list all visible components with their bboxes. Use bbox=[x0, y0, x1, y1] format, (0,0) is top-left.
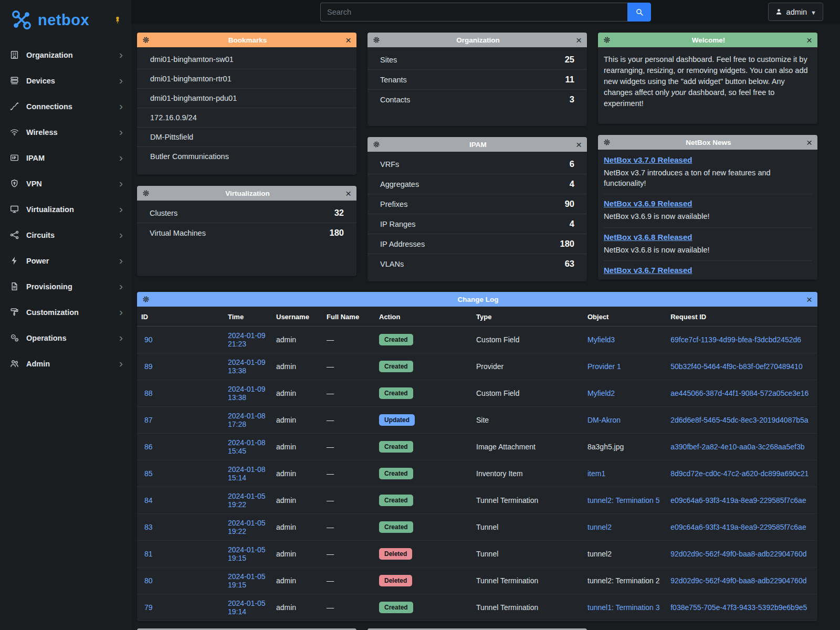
stat-value-link[interactable]: 180 bbox=[560, 239, 574, 249]
stat-label-link[interactable]: VLANs bbox=[380, 260, 404, 268]
widget-close-icon[interactable]: × bbox=[806, 295, 812, 304]
change-time-link[interactable]: 2024-01-05 19:22 bbox=[228, 519, 266, 536]
sidebar-item[interactable]: Devices › bbox=[0, 68, 131, 93]
netbox-logo-icon[interactable] bbox=[10, 9, 33, 31]
change-object-link[interactable]: Provider 1 bbox=[587, 362, 621, 371]
change-id-link[interactable]: 86 bbox=[144, 443, 153, 451]
stat-label-link[interactable]: Aggregates bbox=[380, 180, 419, 188]
sidebar-item[interactable]: Virtualization › bbox=[0, 196, 131, 222]
request-id-link[interactable]: 69fce7cf-1139-4d99-bfea-f3dcbd2452d6 bbox=[670, 335, 801, 344]
news-title-link[interactable]: NetBox v3.7.0 Released bbox=[604, 155, 692, 164]
stat-value-link[interactable]: 4 bbox=[570, 219, 574, 229]
change-time-link[interactable]: 2024-01-05 19:15 bbox=[228, 545, 266, 562]
stat-label-link[interactable]: Contacts bbox=[380, 96, 410, 104]
bookmark-link[interactable]: dmi01-binghamton-pdu01 bbox=[137, 89, 356, 108]
change-object-link[interactable]: DM-Akron bbox=[587, 416, 621, 424]
request-id-link[interactable]: f038e755-705e-47f3-9433-5392b9e6b9e5 bbox=[670, 603, 807, 612]
sidebar-item[interactable]: Circuits › bbox=[0, 222, 131, 248]
news-title-link[interactable]: NetBox v3.6.8 Released bbox=[604, 233, 692, 242]
request-id-link[interactable]: e09c64a6-93f3-419a-8ea9-229585f7c6ae bbox=[670, 523, 806, 531]
change-id-link[interactable]: 80 bbox=[144, 576, 153, 585]
sidebar-item[interactable]: Admin › bbox=[0, 351, 131, 376]
widget-close-icon[interactable]: × bbox=[345, 188, 351, 198]
stat-label-link[interactable]: Clusters bbox=[150, 209, 177, 217]
change-time-link[interactable]: 2024-01-05 19:15 bbox=[228, 572, 266, 589]
bookmark-link[interactable]: DM-Pittsfield bbox=[137, 128, 356, 147]
widget-close-icon[interactable]: × bbox=[345, 35, 351, 45]
stat-value-link[interactable]: 4 bbox=[570, 179, 574, 189]
bookmark-link[interactable]: 172.16.0.9/24 bbox=[137, 108, 356, 128]
change-object-link[interactable]: Myfield3 bbox=[587, 335, 615, 344]
news-title-link[interactable]: NetBox v3.6.9 Released bbox=[604, 199, 692, 208]
sidebar-item[interactable]: Power › bbox=[0, 248, 131, 274]
brand-name[interactable]: netbox bbox=[38, 12, 89, 29]
widget-config-icon[interactable] bbox=[373, 141, 380, 148]
pin-sidebar-icon[interactable] bbox=[113, 16, 122, 24]
sidebar-item[interactable]: Provisioning › bbox=[0, 274, 131, 299]
widget-close-icon[interactable]: × bbox=[806, 35, 812, 45]
stat-value-link[interactable]: 6 bbox=[570, 159, 574, 169]
user-menu-button[interactable]: admin ▼ bbox=[768, 3, 823, 21]
change-time-link[interactable]: 2024-01-08 17:28 bbox=[228, 412, 266, 428]
change-time-link[interactable]: 2024-01-08 15:14 bbox=[228, 465, 266, 482]
change-id-link[interactable]: 79 bbox=[144, 603, 153, 612]
change-object-link[interactable]: tunnel2: Termination 5 bbox=[587, 496, 660, 505]
stat-value-link[interactable]: 3 bbox=[570, 94, 574, 104]
stat-label-link[interactable]: Prefixes bbox=[380, 200, 407, 208]
request-id-link[interactable]: ae445066-387d-44f1-9084-572a05ce3e16 bbox=[670, 389, 808, 397]
request-id-link[interactable]: 8d9cd72e-cd0c-47c2-a620-dc899a690c21 bbox=[670, 469, 808, 478]
search-button[interactable] bbox=[627, 3, 651, 22]
change-id-link[interactable]: 84 bbox=[144, 496, 153, 505]
stat-label-link[interactable]: IP Addresses bbox=[380, 240, 425, 248]
change-id-link[interactable]: 90 bbox=[144, 335, 153, 344]
stat-value-link[interactable]: 90 bbox=[565, 199, 574, 209]
widget-config-icon[interactable] bbox=[142, 190, 150, 197]
sidebar-item[interactable]: Wireless › bbox=[0, 119, 131, 145]
stat-label-link[interactable]: Tenants bbox=[380, 76, 407, 84]
change-time-link[interactable]: 2024-01-09 13:38 bbox=[228, 358, 266, 375]
request-id-link[interactable]: 92d02d9c-562f-49f0-baa8-adb22904760d bbox=[670, 550, 806, 558]
request-id-link[interactable]: a390fbef-2a82-4e10-aa0a-3c268aa5ef3b bbox=[670, 443, 804, 451]
news-title-link[interactable]: NetBox v3.6.7 Released bbox=[604, 266, 692, 275]
change-id-link[interactable]: 88 bbox=[144, 389, 153, 397]
request-id-link[interactable]: e09c64a6-93f3-419a-8ea9-229585f7c6ae bbox=[670, 496, 806, 505]
change-id-link[interactable]: 83 bbox=[144, 523, 153, 531]
stat-value-link[interactable]: 25 bbox=[565, 55, 574, 65]
sidebar-item[interactable]: Operations › bbox=[0, 325, 131, 351]
request-id-link[interactable]: 50b32f40-5464-4f9c-b83f-0ef270489410 bbox=[670, 362, 802, 371]
sidebar-item[interactable]: VPN › bbox=[0, 171, 131, 196]
change-id-link[interactable]: 89 bbox=[144, 362, 153, 371]
change-object-link[interactable]: tunnel2 bbox=[587, 550, 612, 558]
sidebar-item[interactable]: Organization › bbox=[0, 42, 131, 68]
change-id-link[interactable]: 85 bbox=[144, 469, 153, 478]
change-object-link[interactable]: item1 bbox=[587, 469, 605, 478]
widget-close-icon[interactable]: × bbox=[576, 35, 582, 45]
widget-config-icon[interactable] bbox=[142, 296, 150, 303]
stat-label-link[interactable]: Sites bbox=[380, 56, 397, 64]
sidebar-item[interactable]: Connections › bbox=[0, 93, 131, 119]
bookmark-link[interactable]: dmi01-binghamton-rtr01 bbox=[137, 69, 356, 89]
widget-config-icon[interactable] bbox=[373, 36, 380, 44]
widget-config-icon[interactable] bbox=[603, 36, 611, 44]
stat-value-link[interactable]: 11 bbox=[565, 75, 574, 85]
widget-close-icon[interactable]: × bbox=[806, 138, 812, 148]
stat-label-link[interactable]: IP Ranges bbox=[380, 220, 415, 228]
search-input[interactable] bbox=[320, 3, 627, 22]
sidebar-item[interactable]: IPAM › bbox=[0, 145, 131, 171]
change-time-link[interactable]: 2024-01-05 19:14 bbox=[228, 599, 266, 616]
request-id-link[interactable]: 2d6d6e8f-5465-45dc-8ec3-2019d4087b5a bbox=[670, 416, 808, 424]
widget-close-icon[interactable]: × bbox=[576, 140, 582, 150]
request-id-link[interactable]: 92d02d9c-562f-49f0-baa8-adb22904760d bbox=[670, 576, 806, 585]
change-object-link[interactable]: tunnel1: Termination 3 bbox=[587, 603, 660, 612]
widget-config-icon[interactable] bbox=[142, 36, 150, 44]
stat-label-link[interactable]: VRFs bbox=[380, 160, 399, 169]
stat-value-link[interactable]: 180 bbox=[329, 228, 344, 238]
change-object-link[interactable]: tunnel2 bbox=[587, 523, 612, 531]
stat-label-link[interactable]: Virtual Machines bbox=[150, 229, 206, 237]
change-object-link[interactable]: Myfield2 bbox=[587, 389, 615, 397]
change-object-link[interactable]: tunnel2: Termination 2 bbox=[587, 576, 660, 585]
change-time-link[interactable]: 2024-01-05 19:22 bbox=[228, 492, 266, 509]
stat-value-link[interactable]: 63 bbox=[565, 259, 574, 269]
change-time-link[interactable]: 2024-01-08 15:45 bbox=[228, 438, 266, 455]
sidebar-item[interactable]: Customization › bbox=[0, 299, 131, 325]
